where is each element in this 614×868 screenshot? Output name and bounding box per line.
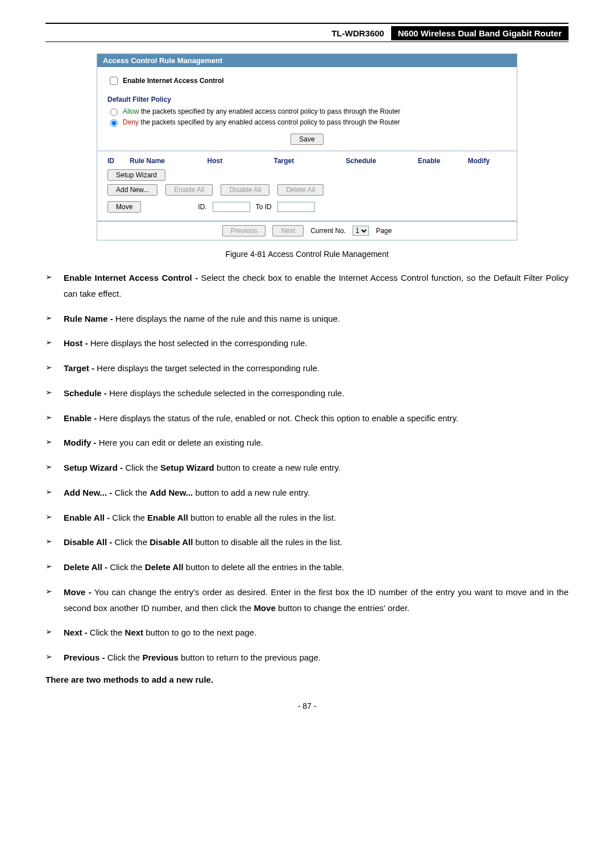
pagination-bar: Previous Next Current No. 1 Page	[97, 221, 517, 240]
col-id: ID	[107, 157, 130, 165]
product-name: N600 Wireless Dual Band Gigabit Router	[391, 26, 569, 40]
bullet-item: ➢Previous - Click the Previous button to…	[45, 650, 569, 666]
id-label: ID.	[198, 203, 206, 211]
bullet-item: ➢Delete All - Click the Delete All butto…	[45, 559, 569, 575]
bullet-text: Rule Name - Here displays the name of th…	[64, 311, 569, 327]
bullet-text: Enable - Here displays the status of the…	[64, 410, 569, 426]
bullet-text: Previous - Click the Previous button to …	[64, 650, 569, 666]
bullet-arrow-icon: ➢	[45, 311, 56, 327]
bullet-item: ➢Enable All - Click the Enable All butto…	[45, 510, 569, 526]
previous-button[interactable]: Previous	[222, 225, 266, 236]
bullet-text: Setup Wizard - Click the Setup Wizard bu…	[64, 460, 569, 476]
bullet-arrow-icon: ➢	[45, 385, 56, 401]
bullet-text: Delete All - Click the Delete All button…	[64, 559, 569, 575]
bullet-text: Add New... - Click the Add New... button…	[64, 485, 569, 501]
policy-header: Default Filter Policy	[107, 95, 507, 103]
bullet-arrow-icon: ➢	[45, 270, 56, 302]
bullet-text: Target - Here displays the target select…	[64, 360, 569, 376]
bullet-arrow-icon: ➢	[45, 410, 56, 426]
bullet-item: ➢Setup Wizard - Click the Setup Wizard b…	[45, 460, 569, 476]
delete-all-button[interactable]: Delete All	[277, 184, 323, 196]
closing-text: There are two methods to add a new rule.	[45, 675, 569, 684]
rule-table-header: ID Rule Name Host Target Schedule Enable…	[107, 157, 507, 165]
to-id-label: To ID	[256, 203, 272, 211]
bullet-text: Schedule - Here displays the schedule se…	[64, 385, 569, 401]
bullet-item: ➢Add New... - Click the Add New... butto…	[45, 485, 569, 501]
bullet-text: Modify - Here you can edit or delete an …	[64, 435, 569, 451]
bullet-text: Enable All - Click the Enable All button…	[64, 510, 569, 526]
col-host: Host	[208, 157, 274, 165]
id-from-input[interactable]	[213, 202, 250, 212]
next-button[interactable]: Next	[272, 225, 304, 236]
bullet-arrow-icon: ➢	[45, 435, 56, 451]
bullet-item: ➢Next - Click the Next button to go to t…	[45, 625, 569, 641]
bullet-item: ➢Move - You can change the entry's order…	[45, 584, 569, 616]
bullet-arrow-icon: ➢	[45, 559, 56, 575]
bullet-arrow-icon: ➢	[45, 584, 56, 616]
bullet-arrow-icon: ➢	[45, 625, 56, 641]
current-no-label: Current No.	[310, 227, 346, 235]
enable-iac-label: Enable Internet Access Control	[123, 77, 224, 85]
bullet-arrow-icon: ➢	[45, 650, 56, 666]
col-target: Target	[274, 157, 346, 165]
bullet-item: ➢Rule Name - Here displays the name of t…	[45, 311, 569, 327]
id-to-input[interactable]	[277, 202, 315, 212]
bullet-item: ➢Host - Here displays the host selected …	[45, 335, 569, 351]
bullet-arrow-icon: ➢	[45, 534, 56, 550]
page-number: - 87 -	[45, 701, 569, 711]
add-new-button[interactable]: Add New...	[107, 184, 157, 196]
bullet-arrow-icon: ➢	[45, 485, 56, 501]
bullet-item: ➢Target - Here displays the target selec…	[45, 360, 569, 376]
bullet-text: Disable All - Click the Disable All butt…	[64, 534, 569, 550]
model-number: TL-WDR3600	[325, 26, 391, 40]
bullet-item: ➢Modify - Here you can edit or delete an…	[45, 435, 569, 451]
page-label: Page	[376, 227, 392, 235]
doc-header: TL-WDR3600 N600 Wireless Dual Band Gigab…	[45, 26, 569, 40]
bullet-text: Enable Internet Access Control - Select …	[64, 270, 569, 302]
bullet-text: Move - You can change the entry's order …	[64, 584, 569, 616]
bullet-arrow-icon: ➢	[45, 510, 56, 526]
config-panel: Access Control Rule Management Enable In…	[97, 53, 517, 221]
policy-deny-radio[interactable]	[110, 119, 118, 127]
bullet-item: ➢Disable All - Click the Disable All but…	[45, 534, 569, 550]
col-schedule: Schedule	[346, 157, 418, 165]
move-button[interactable]: Move	[107, 201, 141, 213]
bullet-item: ➢Schedule - Here displays the schedule s…	[45, 385, 569, 401]
figure-caption: Figure 4-81 Access Control Rule Manageme…	[45, 250, 569, 259]
save-button[interactable]: Save	[291, 134, 323, 145]
bullet-list: ➢Enable Internet Access Control - Select…	[45, 270, 569, 666]
bullet-text: Next - Click the Next button to go to th…	[64, 625, 569, 641]
col-rule-name: Rule Name	[130, 157, 208, 165]
setup-wizard-button[interactable]: Setup Wizard	[107, 169, 165, 181]
page-select[interactable]: 1	[352, 226, 369, 236]
col-enable: Enable	[418, 157, 468, 165]
bullet-arrow-icon: ➢	[45, 460, 56, 476]
policy-allow-radio[interactable]	[110, 109, 118, 116]
enable-iac-checkbox[interactable]	[110, 77, 118, 85]
bullet-item: ➢Enable Internet Access Control - Select…	[45, 270, 569, 302]
bullet-arrow-icon: ➢	[45, 335, 56, 351]
disable-all-button[interactable]: Disable All	[221, 184, 269, 196]
bullet-text: Host - Here displays the host selected i…	[64, 335, 569, 351]
bullet-item: ➢Enable - Here displays the status of th…	[45, 410, 569, 426]
policy-allow-text: Allow the packets specified by any enabl…	[123, 107, 400, 115]
panel-title: Access Control Rule Management	[97, 54, 517, 67]
enable-all-button[interactable]: Enable All	[165, 184, 213, 196]
policy-deny-text: Deny the packets specified by any enable…	[123, 118, 400, 126]
bullet-arrow-icon: ➢	[45, 360, 56, 376]
col-modify: Modify	[468, 157, 507, 165]
